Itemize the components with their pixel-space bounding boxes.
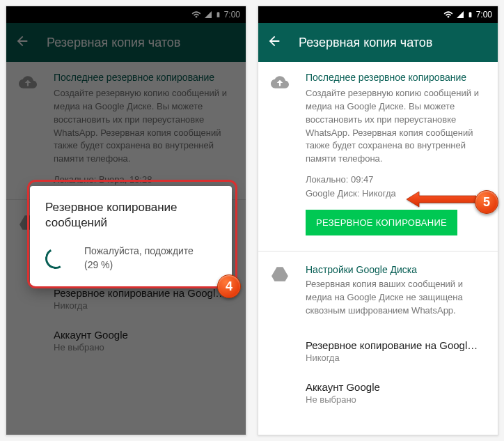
spinner-icon bbox=[43, 245, 69, 271]
annotation-badge-4: 4 bbox=[217, 274, 241, 298]
annotation-arrow bbox=[407, 190, 476, 211]
clock-text: 7:00 bbox=[476, 10, 492, 20]
page-title: Резервная копия чатов bbox=[299, 36, 432, 50]
section-title: Последнее резервное копирование bbox=[306, 72, 487, 83]
signal-icon bbox=[456, 10, 464, 19]
item-subtitle: Не выбрано bbox=[306, 394, 487, 405]
gdrive-section: Настройки Google Диска Резервная копия в… bbox=[258, 254, 498, 330]
divider bbox=[258, 251, 498, 252]
gdrive-icon bbox=[271, 265, 290, 285]
gdrive-desc: Резервная копия ваших сообщений и медиа … bbox=[306, 278, 487, 318]
item-backup-frequency[interactable]: Резервное копирование на Googl… Никогда bbox=[258, 330, 498, 372]
dialog-wait-text: Пожалуйста, подождите(29 %) bbox=[84, 245, 194, 272]
annotation-badge-5: 5 bbox=[475, 190, 498, 214]
content-area: Последнее резервное копирование Создайте… bbox=[258, 62, 498, 435]
app-bar: Резервная копия чатов bbox=[258, 23, 498, 62]
backup-button[interactable]: РЕЗЕРВНОЕ КОПИРОВАНИЕ bbox=[306, 210, 457, 235]
status-bar: 7:00 bbox=[258, 6, 498, 23]
item-title: Резервное копирование на Googl… bbox=[306, 339, 487, 351]
wifi-icon bbox=[443, 10, 453, 20]
item-google-account[interactable]: Аккаунт Google Не выбрано bbox=[258, 372, 498, 414]
battery-icon bbox=[467, 10, 473, 20]
phone-left: 7:00 Резервная копия чатов Последнее рез… bbox=[6, 6, 246, 435]
back-icon[interactable] bbox=[267, 33, 282, 52]
dialog-title: Резервное копирование сообщений bbox=[45, 200, 216, 231]
progress-dialog: Резервное копирование сообщений Пожалуйс… bbox=[30, 186, 232, 287]
item-subtitle: Никогда bbox=[306, 353, 487, 363]
cloud-upload-icon bbox=[271, 73, 290, 93]
gdrive-title: Настройки Google Диска bbox=[306, 264, 487, 275]
section-desc: Создайте резервную копию сообщений и мед… bbox=[306, 87, 487, 166]
item-title: Аккаунт Google bbox=[306, 381, 487, 393]
backup-local-time: Локально: 09:47 bbox=[306, 173, 487, 187]
phone-right: 7:00 Резервная копия чатов Последнее рез… bbox=[258, 6, 498, 435]
backup-section: Последнее резервное копирование Создайте… bbox=[258, 62, 498, 248]
